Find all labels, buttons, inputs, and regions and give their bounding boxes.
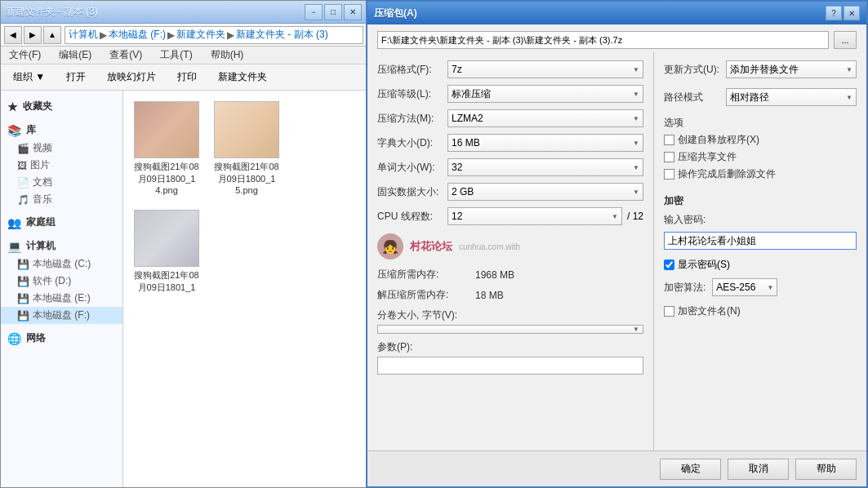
option2-label: 压缩共享文件 bbox=[678, 150, 737, 164]
compress-mem-value: 1968 MB bbox=[475, 269, 514, 281]
back-button[interactable]: ◀ bbox=[4, 26, 22, 44]
picture-icon: 🖼 bbox=[17, 160, 27, 171]
password-input[interactable] bbox=[664, 232, 857, 250]
dropdown-arrow-icon: ▼ bbox=[633, 326, 639, 333]
algo-select[interactable]: AES-256 ▼ bbox=[712, 278, 777, 296]
sidebar-item-homegroup[interactable]: 👥 家庭组 bbox=[1, 213, 122, 232]
list-item[interactable]: 搜狗截图21年08月09日1801_1 bbox=[130, 206, 203, 298]
sidebar-item-network[interactable]: 🌐 网络 bbox=[1, 329, 122, 348]
address-path[interactable]: 计算机 ▶ 本地磁盘 (F:) ▶ 新建文件夹 ▶ 新建文件夹 - 副本 (3) bbox=[65, 26, 363, 44]
cpu-row: CPU 线程数: 12 ▼ / 12 bbox=[377, 207, 643, 225]
drive-icon: 💾 bbox=[17, 293, 29, 304]
method-select[interactable]: LZMA2 ▼ bbox=[447, 109, 643, 127]
help-button[interactable]: 帮助 bbox=[795, 459, 857, 480]
dict-select[interactable]: 16 MB ▼ bbox=[447, 134, 643, 152]
split-select[interactable]: ▼ bbox=[377, 325, 643, 334]
update-select[interactable]: 添加并替换文件 ▼ bbox=[726, 60, 857, 78]
ok-button[interactable]: 确定 bbox=[660, 459, 721, 480]
video-icon: 🎬 bbox=[17, 143, 29, 154]
zip-close-button[interactable]: ✕ bbox=[844, 6, 860, 20]
sidebar: ★ 收藏夹 📚 库 🎬 视频 🖼 图片 📄 文档 🎵 音乐 bbox=[1, 91, 123, 487]
dict-label: 字典大小(D): bbox=[377, 136, 443, 150]
update-label: 更新方式(U): bbox=[664, 63, 721, 77]
level-row: 压缩等级(L): 标准压缩 ▼ bbox=[377, 85, 643, 103]
option3-checkbox[interactable] bbox=[664, 169, 674, 180]
word-label: 单词大小(W): bbox=[377, 161, 443, 175]
cancel-button[interactable]: 取消 bbox=[728, 459, 789, 480]
maximize-button[interactable]: □ bbox=[324, 4, 342, 20]
homegroup-icon: 👥 bbox=[7, 216, 21, 229]
computer-icon: 💻 bbox=[7, 240, 21, 253]
sidebar-item-drive-f[interactable]: 💾 本地磁盘 (F:) bbox=[1, 307, 122, 324]
sidebar-item-drive-c[interactable]: 💾 本地磁盘 (C:) bbox=[1, 255, 122, 273]
menu-edit[interactable]: 编辑(E) bbox=[54, 47, 96, 64]
address-bar: ◀ ▶ ▲ 计算机 ▶ 本地磁盘 (F:) ▶ 新建文件夹 ▶ 新建文件夹 - … bbox=[1, 24, 367, 47]
zip-left-panel: 压缩格式(F): 7z ▼ 压缩等级(L): 标准压缩 ▼ 压缩方法(M): L… bbox=[367, 52, 654, 450]
option1-checkbox[interactable] bbox=[664, 135, 674, 145]
zip-title-buttons: ? ✕ bbox=[826, 6, 860, 20]
cpu-label: CPU 线程数: bbox=[377, 210, 443, 224]
browse-button[interactable]: ... bbox=[834, 31, 857, 49]
level-select[interactable]: 标准压缩 ▼ bbox=[447, 85, 643, 103]
encrypt-section: 加密 输入密码: 显示密码(S) 加密算法: AES-256 ▼ 加密文件名(N bbox=[664, 194, 857, 318]
format-row: 压缩格式(F): 7z ▼ bbox=[377, 60, 643, 78]
up-button[interactable]: ▲ bbox=[43, 26, 61, 44]
menu-tools[interactable]: 工具(T) bbox=[155, 47, 197, 64]
menu-file[interactable]: 文件(F) bbox=[4, 47, 46, 64]
nav-buttons: ◀ ▶ ▲ bbox=[4, 26, 61, 44]
params-section: 参数(P): bbox=[377, 340, 643, 375]
word-select[interactable]: 32 ▼ bbox=[447, 158, 643, 176]
sidebar-item-documents[interactable]: 📄 文档 bbox=[1, 174, 122, 191]
new-folder-button[interactable]: 新建文件夹 bbox=[211, 67, 274, 87]
output-path-input[interactable] bbox=[377, 31, 829, 49]
list-item[interactable]: 搜狗截图21年08月09日1800_15.png bbox=[210, 97, 283, 199]
sidebar-item-video[interactable]: 🎬 视频 bbox=[1, 140, 122, 157]
print-button[interactable]: 打印 bbox=[170, 67, 204, 87]
show-password-checkbox[interactable] bbox=[664, 260, 674, 270]
explorer-title: 新建文件夹 - 副本 (3) bbox=[6, 5, 305, 19]
sidebar-item-pictures[interactable]: 🖼 图片 bbox=[1, 157, 122, 174]
menu-view[interactable]: 查看(V) bbox=[105, 47, 147, 64]
menu-bar: 文件(F) 编辑(E) 查看(V) 工具(T) 帮助(H) bbox=[1, 47, 367, 64]
sidebar-item-music[interactable]: 🎵 音乐 bbox=[1, 191, 122, 208]
level-label: 压缩等级(L): bbox=[377, 87, 443, 101]
sidebar-item-library[interactable]: 📚 库 bbox=[1, 121, 122, 140]
sidebar-item-drive-d[interactable]: 💾 软件 (D:) bbox=[1, 273, 122, 290]
params-input[interactable] bbox=[377, 357, 643, 375]
dropdown-arrow-icon: ▼ bbox=[633, 66, 639, 73]
solid-select[interactable]: 2 GB ▼ bbox=[447, 183, 643, 201]
solid-label: 固实数据大小: bbox=[377, 185, 443, 199]
update-row: 更新方式(U): 添加并替换文件 ▼ bbox=[664, 60, 857, 78]
list-item[interactable]: 搜狗截图21年08月09日1800_14.png bbox=[130, 97, 203, 199]
option2-checkbox[interactable] bbox=[664, 152, 674, 162]
forward-button[interactable]: ▶ bbox=[24, 26, 42, 44]
format-label: 压缩格式(F): bbox=[377, 63, 443, 77]
pathmode-select[interactable]: 相对路径 ▼ bbox=[726, 88, 857, 106]
drive-icon: 💾 bbox=[17, 310, 29, 322]
decompress-mem-label: 解压缩所需内存: bbox=[377, 288, 475, 302]
cpu-select[interactable]: 12 ▼ bbox=[447, 207, 622, 225]
method-row: 压缩方法(M): LZMA2 ▼ bbox=[377, 109, 643, 127]
open-button[interactable]: 打开 bbox=[59, 67, 93, 87]
star-icon: ★ bbox=[7, 100, 18, 113]
zip-help-button[interactable]: ? bbox=[826, 6, 842, 20]
encrypt-filename-label: 加密文件名(N) bbox=[678, 304, 741, 318]
close-button[interactable]: ✕ bbox=[344, 4, 362, 20]
show-password-label: 显示密码(S) bbox=[678, 258, 730, 272]
music-icon: 🎵 bbox=[17, 194, 29, 206]
sidebar-item-computer[interactable]: 💻 计算机 bbox=[1, 237, 122, 255]
solid-row: 固实数据大小: 2 GB ▼ bbox=[377, 183, 643, 201]
explorer-window: 新建文件夹 - 副本 (3) － □ ✕ ◀ ▶ ▲ 计算机 ▶ 本地磁盘 (F… bbox=[0, 0, 367, 488]
format-select[interactable]: 7z ▼ bbox=[447, 60, 643, 78]
encrypt-filename-checkbox[interactable] bbox=[664, 306, 674, 317]
method-label: 压缩方法(M): bbox=[377, 112, 443, 126]
menu-help[interactable]: 帮助(H) bbox=[206, 47, 249, 64]
zip-title: 压缩包(A) bbox=[374, 7, 826, 20]
network-icon: 🌐 bbox=[7, 332, 21, 345]
sidebar-item-favorites[interactable]: ★ 收藏夹 bbox=[1, 97, 122, 116]
minimize-button[interactable]: － bbox=[305, 4, 323, 20]
organize-button[interactable]: 组织 ▼ bbox=[6, 67, 52, 87]
slideshow-button[interactable]: 放映幻灯片 bbox=[100, 67, 163, 87]
decompress-mem-value: 18 MB bbox=[475, 290, 504, 301]
sidebar-item-drive-e[interactable]: 💾 本地磁盘 (E:) bbox=[1, 290, 122, 307]
